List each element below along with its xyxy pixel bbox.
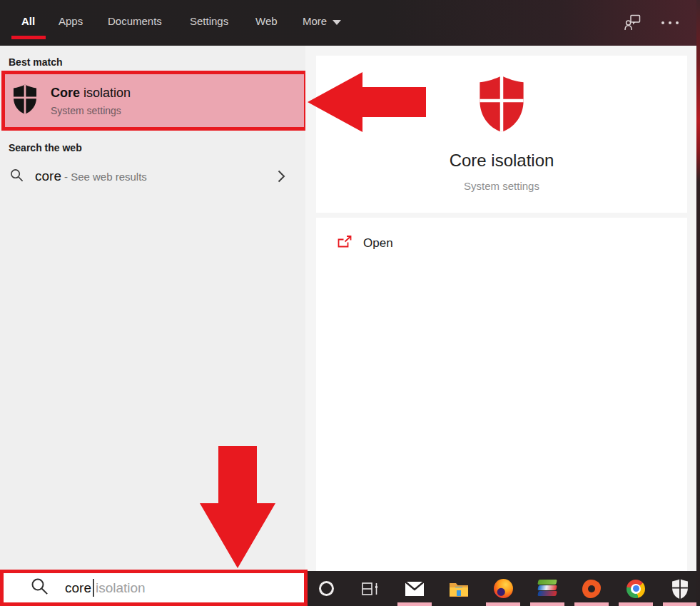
tab-web[interactable]: Web: [255, 15, 278, 27]
open-action[interactable]: Open: [316, 229, 687, 258]
tab-documents[interactable]: Documents: [108, 15, 162, 27]
search-typed-text: core: [65, 580, 91, 596]
preview-actions-card: Open: [316, 218, 687, 571]
bluestacks-icon[interactable]: [527, 571, 567, 606]
open-label: Open: [363, 236, 393, 251]
cortana-icon[interactable]: [306, 571, 346, 606]
search-filter-bar: All Apps Documents Settings Web More: [0, 0, 700, 46]
web-query-text: core: [35, 168, 61, 184]
task-view-icon[interactable]: [350, 571, 390, 606]
screen-edge-artifact: [696, 0, 700, 606]
best-match-header: Best match: [9, 56, 62, 68]
preview-info-card: Core isolation System settings: [316, 56, 687, 213]
best-match-title: Core isolation: [51, 86, 131, 101]
text-cursor: [93, 579, 94, 597]
tab-more[interactable]: More: [303, 15, 341, 27]
chevron-right-icon[interactable]: [278, 170, 285, 186]
search-results-panel: Best match Core isolation System setting…: [0, 46, 305, 570]
windows-search-flyout: All Apps Documents Settings Web More Bes…: [0, 0, 700, 606]
search-icon: [31, 577, 49, 598]
running-indicator: [397, 602, 432, 606]
tab-all[interactable]: All: [21, 15, 35, 27]
active-tab-underline: [11, 36, 46, 39]
defender-shield-icon: [11, 84, 39, 118]
web-query-suffix: - See web results: [64, 171, 147, 183]
firefox-icon[interactable]: [483, 571, 523, 606]
running-indicator: [530, 602, 564, 606]
preview-title: Core isolation: [316, 151, 687, 171]
tab-apps[interactable]: Apps: [59, 15, 83, 27]
web-result-core[interactable]: core - See web results: [0, 160, 305, 193]
chrome-icon[interactable]: [616, 571, 656, 606]
windows-defender-icon[interactable]: [660, 571, 700, 606]
best-match-subtitle: System settings: [51, 105, 131, 116]
file-explorer-icon[interactable]: [439, 571, 479, 606]
result-preview-panel: Core isolation System settings Open: [305, 46, 700, 571]
open-external-icon: [338, 236, 352, 251]
tab-settings[interactable]: Settings: [190, 15, 228, 27]
search-suggestion-text: isolation: [96, 580, 146, 596]
running-indicator: [486, 602, 520, 606]
mail-icon[interactable]: [395, 571, 435, 606]
running-indicator: [663, 602, 697, 606]
origin-icon[interactable]: [572, 571, 612, 606]
taskbar: [308, 571, 700, 606]
running-indicator: [619, 602, 653, 606]
running-indicator: [574, 602, 609, 606]
search-the-web-header: Search the web: [9, 142, 82, 153]
chevron-down-icon: [333, 20, 341, 25]
best-match-result-core-isolation[interactable]: Core isolation System settings: [1, 71, 308, 131]
preview-subtitle: System settings: [316, 180, 687, 192]
ellipsis-icon[interactable]: [661, 21, 679, 24]
taskbar-search-input[interactable]: core isolation: [0, 570, 308, 606]
search-icon: [10, 168, 24, 185]
feedback-icon[interactable]: [624, 14, 641, 34]
defender-shield-icon: [476, 74, 527, 136]
